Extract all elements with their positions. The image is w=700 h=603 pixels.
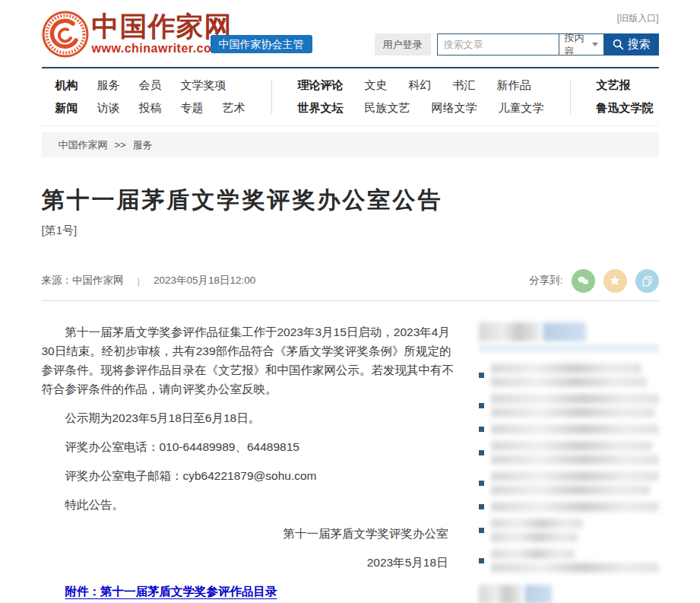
nav-item[interactable]: 会员 [139, 78, 162, 93]
nav-divider [271, 80, 272, 114]
nav-item[interactable]: 民族文艺 [365, 101, 410, 116]
nav-item[interactable]: 世界文坛 [298, 101, 344, 116]
nav-item[interactable]: 机构 [55, 78, 78, 93]
bullet-icon [479, 373, 484, 378]
article-body: 第十一届茅盾文学奖参评作品征集工作于2023年3月15日启动，2023年4月30… [42, 322, 456, 603]
search-icon [613, 39, 624, 50]
sidebar-blurred-item[interactable] [479, 424, 659, 434]
blurred-block [524, 585, 552, 603]
blurred-block [543, 322, 586, 341]
nav-wrapper: 机构 服务 会员 文学奖项 新闻 访谈 投稿 专题 艺术 理论评论 文史 [42, 68, 659, 126]
share-label: 分享到: [529, 274, 562, 287]
blurred-block [479, 585, 522, 603]
nav-item[interactable]: 艺术 [223, 101, 245, 116]
article-paragraph: 评奖办公室电话：010-64489989、64489815 [42, 437, 456, 456]
main-nav: 机构 服务 会员 文学奖项 新闻 访谈 投稿 专题 艺术 理论评论 文史 [42, 68, 659, 125]
sidebar-footer-blurred [479, 585, 659, 603]
search-button-label: 搜索 [628, 37, 651, 52]
blurred-block [479, 344, 659, 353]
page-title: 第十一届茅盾文学奖评奖办公室公告 [42, 185, 659, 216]
bullet-icon [479, 450, 484, 455]
article-sign-date: 2023年5月18日 [42, 553, 456, 572]
meta-divider [42, 300, 659, 301]
star-icon [608, 274, 622, 287]
nav-item[interactable]: 新作品 [497, 78, 531, 93]
sidebar-blurred-item[interactable] [479, 519, 659, 542]
share-copy-link-button[interactable] [635, 269, 659, 293]
nav-item[interactable]: 新闻 [55, 101, 78, 116]
nav-group-middle: 理论评论 文史 科幻 书汇 新作品 世界文坛 民族文艺 网络文学 儿童文学 [298, 78, 544, 116]
breadcrumb: 中国作家网 >> 服务 [42, 132, 659, 157]
chevron-down-icon [592, 43, 598, 46]
source-label: 来源：中国作家网 [42, 274, 124, 287]
old-version-link[interactable]: [旧版入口] [617, 12, 659, 25]
share-wechat-button[interactable] [572, 269, 595, 293]
attachment-row: 附件：第十一届茅盾文学奖参评作品目录 [42, 582, 456, 601]
share-bar: 分享到: [529, 269, 658, 293]
bullet-icon [479, 504, 484, 509]
bullet-icon [479, 427, 484, 432]
nav-item[interactable]: 专题 [181, 101, 204, 116]
nav-item[interactable]: 服务 [97, 78, 120, 93]
user-login-button[interactable]: 用户登录 [375, 33, 431, 56]
nav-item[interactable]: 儿童文学 [499, 101, 544, 116]
nav-item[interactable]: 网络文学 [432, 101, 477, 116]
writers-association-emblem-icon [42, 11, 89, 58]
nav-divider [570, 80, 571, 114]
nav-group-right: 文艺报 鲁迅文学院 [597, 78, 654, 116]
breadcrumb-separator: >> [115, 139, 126, 151]
sidebar-blurred-item[interactable] [479, 502, 659, 512]
nav-item[interactable]: 文学奖项 [181, 78, 226, 93]
article-paragraph: 第十一届茅盾文学奖参评作品征集工作于2023年3月15日启动，2023年4月30… [42, 322, 456, 398]
nav-item[interactable]: 访谈 [97, 101, 120, 116]
breadcrumb-site[interactable]: 中国作家网 [59, 138, 108, 152]
nav-item[interactable]: 鲁迅文学院 [597, 101, 654, 116]
search-filter-dropdown[interactable]: 按内容 [559, 33, 604, 56]
search-bar: 用户登录 按内容 搜索 [375, 33, 659, 56]
nav-group-left: 机构 服务 会员 文学奖项 新闻 访谈 投稿 专题 艺术 [55, 78, 245, 116]
article-meta: 来源：中国作家网 | 2023年05月18日12:00 分享到: [42, 265, 659, 296]
attachment-link[interactable]: 第十一届茅盾文学奖参评作品目录 [100, 585, 277, 598]
nav-item[interactable]: 书汇 [453, 78, 476, 93]
sidebar-blurred-item[interactable] [479, 471, 659, 495]
breadcrumb-section[interactable]: 服务 [133, 138, 153, 152]
article-paragraph: 特此公告。 [42, 495, 456, 514]
copy-icon [641, 275, 654, 287]
attachment-label: 附件： [65, 585, 101, 598]
search-filter-value: 按内容 [565, 31, 592, 59]
sidebar-blurred-item[interactable] [479, 394, 659, 417]
search-input[interactable] [437, 33, 559, 56]
nav-item[interactable]: 理论评论 [298, 78, 344, 93]
nav-item[interactable]: 文史 [365, 78, 388, 93]
sidebar-blurred-item[interactable] [479, 441, 659, 465]
nav-item[interactable]: 投稿 [139, 101, 162, 116]
related-sidebar [479, 322, 659, 603]
bullet-icon [479, 528, 484, 533]
content-area: 第十一届茅盾文学奖参评作品征集工作于2023年3月15日启动，2023年4月30… [42, 322, 659, 603]
share-qzone-button[interactable] [603, 269, 627, 293]
issue-number: [第1号] [42, 224, 659, 238]
sidebar-blurred-item[interactable] [479, 363, 659, 387]
sidebar-header-blurred [479, 322, 659, 353]
bullet-icon [479, 481, 484, 486]
wechat-icon [576, 274, 590, 287]
article-signature: 第十一届茅盾文学奖评奖办公室 [42, 524, 456, 543]
article-paragraph: 公示期为2023年5月18日至6月18日。 [42, 408, 456, 427]
article-paragraph: 评奖办公室电子邮箱：cyb64221879@sohu.com [42, 466, 456, 485]
site-header: 中国作家网 www.chinawriter.com.cn 中国作家协会主管 [旧… [42, 0, 659, 68]
sidebar-blurred-item[interactable] [479, 549, 659, 573]
nav-item[interactable]: 文艺报 [597, 78, 631, 93]
bullet-icon [479, 558, 484, 563]
blurred-block [479, 322, 540, 341]
nav-item[interactable]: 科幻 [409, 78, 432, 93]
bullet-icon [479, 403, 484, 408]
meta-separator: | [138, 275, 141, 287]
search-button[interactable]: 搜索 [604, 33, 659, 56]
publish-date: 2023年05月18日12:00 [154, 274, 255, 287]
supervisor-badge: 中国作家协会主管 [211, 35, 312, 53]
